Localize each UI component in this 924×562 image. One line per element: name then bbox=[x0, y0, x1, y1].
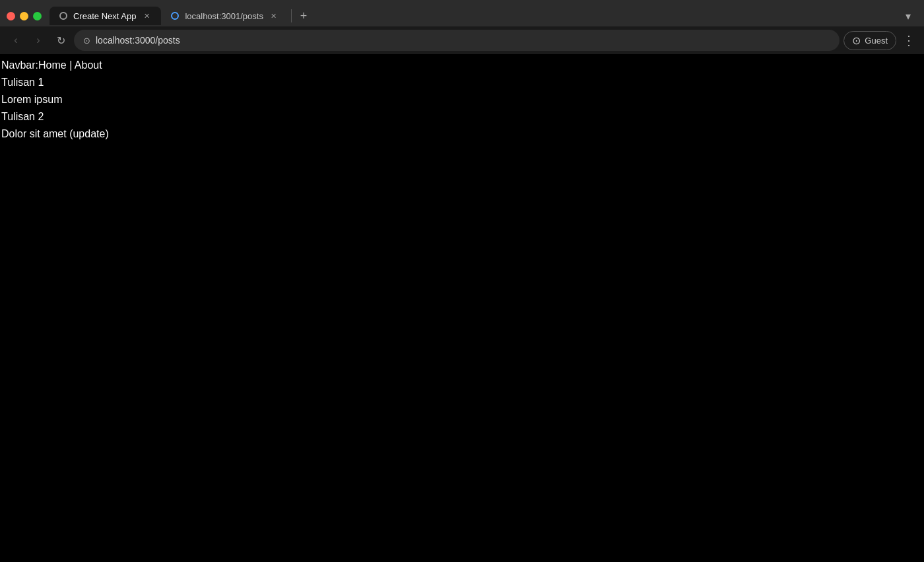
address-bar[interactable]: ⊙ localhost:3000/posts bbox=[74, 30, 840, 51]
back-button[interactable]: ‹ bbox=[7, 31, 25, 50]
page-content: Navbar:Home | About Tulisan 1 Lorem ipsu… bbox=[0, 54, 924, 145]
tab-1[interactable]: Create Next App ✕ bbox=[50, 7, 161, 25]
minimize-button[interactable] bbox=[20, 12, 28, 20]
maximize-button[interactable] bbox=[33, 12, 42, 20]
post-1-title: Tulisan 1 bbox=[1, 74, 923, 91]
guest-label: Guest bbox=[865, 36, 888, 46]
favicon-circle-1 bbox=[59, 12, 67, 20]
tabs-menu-button[interactable]: ▾ bbox=[899, 7, 917, 25]
post-2-body: Dolor sit amet (update) bbox=[1, 125, 923, 143]
tab-close-2[interactable]: ✕ bbox=[269, 11, 279, 21]
tab-separator bbox=[291, 9, 292, 22]
post-1-body: Lorem ipsum bbox=[1, 91, 923, 108]
more-button[interactable]: ⋮ bbox=[899, 31, 917, 50]
lock-icon: ⊙ bbox=[83, 36, 90, 46]
navbar-text: Navbar:Home | About bbox=[1, 57, 923, 74]
tab-close-1[interactable]: ✕ bbox=[141, 11, 152, 21]
guest-button[interactable]: ⊙ Guest bbox=[843, 31, 896, 50]
post-2-title: Tulisan 2 bbox=[1, 108, 923, 125]
new-tab-button[interactable]: + bbox=[294, 7, 313, 25]
tab-2[interactable]: localhost:3001/posts ✕ bbox=[161, 7, 288, 25]
nav-bar: ‹ › ↻ ⊙ localhost:3000/posts ⊙ Guest ⋮ bbox=[0, 26, 924, 54]
tab-title-1: Create Next App bbox=[73, 11, 136, 21]
favicon-circle-2 bbox=[171, 12, 179, 20]
tab-favicon-2 bbox=[170, 11, 180, 20]
reload-button[interactable]: ↻ bbox=[51, 31, 70, 50]
tabs-bar: Create Next App ✕ localhost:3001/posts ✕… bbox=[50, 7, 899, 25]
window-controls bbox=[7, 12, 42, 20]
guest-icon: ⊙ bbox=[852, 34, 861, 47]
tab-title-2: localhost:3001/posts bbox=[185, 11, 263, 21]
close-button[interactable] bbox=[7, 12, 15, 20]
title-bar: Create Next App ✕ localhost:3001/posts ✕… bbox=[0, 0, 924, 26]
forward-button[interactable]: › bbox=[29, 31, 48, 50]
tabs-right-controls: ▾ bbox=[899, 7, 917, 25]
nav-right-controls: ⊙ Guest ⋮ bbox=[843, 31, 917, 50]
browser-chrome: Create Next App ✕ localhost:3001/posts ✕… bbox=[0, 0, 924, 54]
tab-favicon-1 bbox=[59, 11, 68, 20]
address-text: localhost:3000/posts bbox=[96, 35, 830, 46]
